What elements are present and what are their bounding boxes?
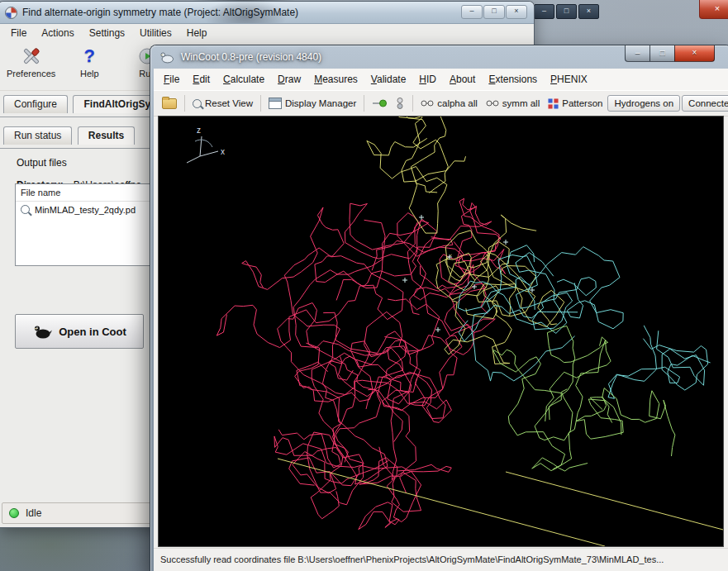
phenix-window-title: Find alternate-origin symmetry mate (Pro… [22,7,298,18]
preferences-label: Preferences [7,69,55,79]
background-window-maximize-button[interactable]: □ [556,4,577,19]
wincoot-close-button[interactable]: × [674,45,715,62]
wincoot-menu-draw[interactable]: Draw [271,70,307,88]
toolbar-separator [364,95,364,112]
phenix-minimize-button[interactable]: – [461,5,483,19]
help-button[interactable]: ? Help [60,44,118,79]
phenix-menu-help[interactable]: Help [179,26,215,40]
hydrogens-toggle-label: Hydrogens on [614,98,673,108]
phenix-menu-utilities[interactable]: Utilities [132,26,179,40]
phenix-menu-file[interactable]: File [3,26,34,40]
subtab-run-status[interactable]: Run status [3,126,72,145]
connected-to-phenix-label: Connected to PHENIX [688,98,728,108]
glasses-icon [421,99,434,107]
green-ball-icon [372,98,387,109]
display-manager-label: Display Manager [285,98,356,108]
coot-bird-icon [32,324,52,340]
phenix-titlebar[interactable]: Find alternate-origin symmetry mate (Pro… [0,2,534,24]
wincoot-menubar: File Edit Calculate Draw Measures Valida… [154,69,728,90]
toolbar-separator [412,95,413,112]
symm-all-label: symm all [502,98,540,108]
open-in-coot-button[interactable]: Open in Coot [15,314,144,349]
wincoot-status-text: Successfully read coordinates file B:\Us… [160,554,664,564]
wincoot-window-controls: – □ × [625,45,715,62]
preferences-icon [21,44,42,69]
axis-gizmo [187,136,218,163]
wincoot-toolbar: Reset View Display Manager [154,90,728,117]
atom-pair-icon [395,97,405,110]
help-label: Help [80,69,99,79]
phenix-window-controls: – □ × [460,5,527,19]
go-to-atom-button[interactable] [369,95,390,112]
wincoot-menu-phenix[interactable]: PHENIX [544,70,594,88]
hydrogens-toggle-button[interactable]: Hydrogens on [607,95,680,112]
phenix-maximize-button[interactable]: □ [483,5,505,19]
open-file-button[interactable] [159,96,180,112]
calpha-all-label: calpha all [437,98,478,108]
patterson-label: Patterson [562,98,602,108]
phenix-app-icon [5,7,17,19]
desktop-corner-close-button[interactable]: × [699,0,728,19]
preferences-button[interactable]: Preferences [2,44,60,79]
wincoot-menu-edit[interactable]: Edit [186,70,216,88]
wincoot-client-area: File Edit Calculate Draw Measures Valida… [154,69,728,571]
phenix-menu-settings[interactable]: Settings [82,26,132,40]
atom-pair-button[interactable] [392,94,408,112]
wincoot-window-title: WinCoot 0.8-pre (revision 4840) [181,51,321,63]
wincoot-titlebar[interactable]: WinCoot 0.8-pre (revision 4840) – □ × [150,45,728,69]
phenix-close-button[interactable]: × [506,5,527,19]
wincoot-menu-validate[interactable]: Validate [364,70,413,88]
patterson-button[interactable]: Patterson [545,96,606,112]
display-manager-icon [269,98,282,109]
axis-z-label: z [197,126,201,135]
desktop: – □ × × Find alternate-origin symmetry m… [0,0,728,571]
wincoot-menu-calculate[interactable]: Calculate [216,70,271,88]
wincoot-menu-hid[interactable]: HID [412,70,443,88]
wincoot-window: WinCoot 0.8-pre (revision 4840) – □ × Fi… [150,45,728,571]
patterson-icon [548,98,559,109]
symm-all-button[interactable]: symm all [483,96,543,111]
connected-to-phenix-button[interactable]: Connected to PHENIX [682,95,728,112]
file-name: MinMLAD_testy_2qdy.pd [35,205,136,215]
magnifier-icon [21,205,30,214]
phenix-menu-actions[interactable]: Actions [34,26,81,40]
phenix-menubar: File Actions Settings Utilities Help [0,24,534,42]
wincoot-minimize-button[interactable]: – [625,45,649,62]
status-indicator-icon [9,508,19,518]
reset-view-button[interactable]: Reset View [189,96,256,111]
axis-x-label: x [221,147,225,156]
open-folder-icon [162,98,177,109]
status-text: Idle [26,507,41,519]
display-manager-button[interactable]: Display Manager [265,95,359,112]
background-window-close-button[interactable]: × [578,4,599,19]
background-window-minimize-button[interactable]: – [534,4,554,19]
open-in-coot-label: Open in Coot [59,326,126,338]
wincoot-status-bar: Successfully read coordinates file B:\Us… [154,548,728,570]
calpha-all-button[interactable]: calpha all [417,96,481,111]
toolbar-separator [260,95,261,112]
wincoot-menu-extensions[interactable]: Extensions [482,70,544,88]
reset-view-label: Reset View [205,98,253,108]
wincoot-menu-measures[interactable]: Measures [307,70,364,88]
tab-configure[interactable]: Configure [3,95,68,113]
glasses-icon [486,99,499,107]
wincoot-menu-about[interactable]: About [443,70,482,88]
subtab-results[interactable]: Results [78,126,135,145]
wincoot-maximize-button[interactable]: □ [649,45,674,62]
wincoot-app-icon [159,51,175,64]
help-icon: ? [84,46,95,66]
magnifier-icon [193,99,202,108]
molecule-viewport[interactable]: z x [158,116,724,547]
toolbar-separator [184,95,185,112]
wincoot-menu-file[interactable]: File [157,70,186,88]
